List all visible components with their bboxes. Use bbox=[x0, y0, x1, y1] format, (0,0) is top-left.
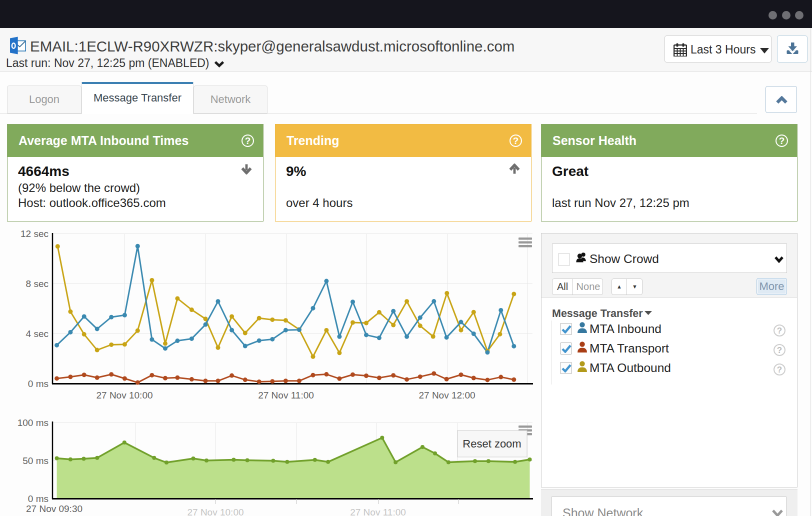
svg-text:4 sec: 4 sec bbox=[26, 328, 48, 339]
svg-text:27 Nov 10:00: 27 Nov 10:00 bbox=[187, 507, 244, 516]
svg-text:27 Nov 09:30: 27 Nov 09:30 bbox=[26, 504, 82, 514]
svg-text:8 sec: 8 sec bbox=[26, 278, 48, 289]
svg-text:12 sec: 12 sec bbox=[20, 228, 48, 239]
svg-text:27 Nov 10:00: 27 Nov 10:00 bbox=[96, 390, 152, 400]
svg-text:27 Nov 11:00: 27 Nov 11:00 bbox=[258, 390, 314, 400]
svg-text:0 ms: 0 ms bbox=[28, 378, 48, 389]
svg-text:27 Nov 11:00: 27 Nov 11:00 bbox=[350, 507, 406, 516]
svg-text:50 ms: 50 ms bbox=[22, 456, 48, 466]
svg-text:0 ms: 0 ms bbox=[28, 494, 48, 504]
svg-text:100 ms: 100 ms bbox=[18, 418, 48, 428]
svg-text:Reset zoom: Reset zoom bbox=[462, 438, 521, 450]
svg-text:27 Nov 12:00: 27 Nov 12:00 bbox=[418, 390, 475, 400]
